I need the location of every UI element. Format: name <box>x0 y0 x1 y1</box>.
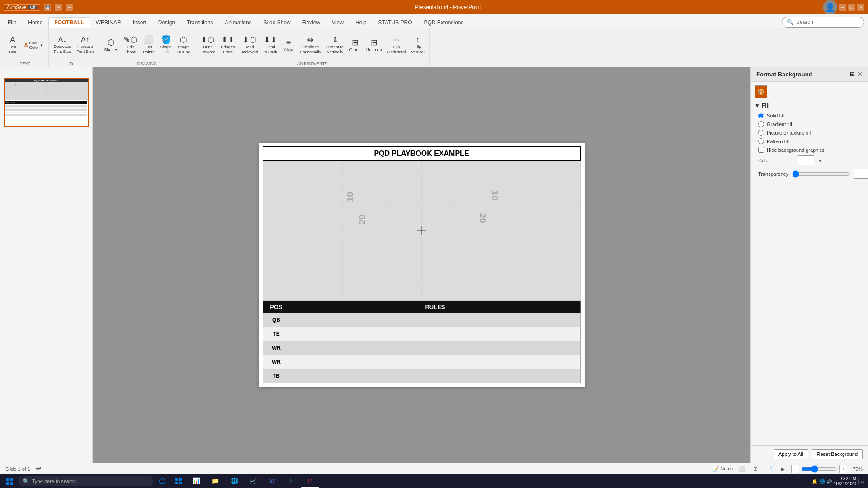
user-avatar[interactable]: 👤 <box>823 0 837 14</box>
tab-slideshow[interactable]: Slide Show <box>258 17 297 28</box>
panel-collapse-icon[interactable]: ⊟ <box>850 71 854 77</box>
tab-insert[interactable]: Insert <box>127 17 152 28</box>
picture-texture-option[interactable]: Picture or texture fill <box>755 130 864 136</box>
normal-view-button[interactable]: ⬜ <box>737 464 747 474</box>
hide-bg-checkbox[interactable] <box>758 147 764 153</box>
distribute-v-button[interactable]: ⇕ DistributeVertically <box>324 33 346 57</box>
quick-access-save[interactable]: 💾 <box>44 4 51 11</box>
color-field-row: Color ▼ <box>755 155 864 165</box>
bring-forward-button[interactable]: ⬆⬡ BringForward <box>198 33 217 57</box>
tab-file[interactable]: File <box>2 17 22 28</box>
reset-background-button[interactable]: Reset Background <box>812 449 863 459</box>
hide-bg-option[interactable]: Hide background graphics <box>755 147 864 153</box>
taskbar-files[interactable]: 📁 <box>206 474 224 488</box>
zoom-out-button[interactable]: − <box>791 465 799 473</box>
taskbar-notifications[interactable]: 🔔 <box>812 479 817 484</box>
shapes-button[interactable]: ⬡ Shapes <box>102 33 120 57</box>
fill-section-header[interactable]: ▼ Fill <box>755 103 864 109</box>
taskbar-word-light[interactable]: W <box>263 474 281 488</box>
pattern-fill-option[interactable]: Pattern fill <box>755 138 864 144</box>
picture-fill-radio[interactable] <box>758 130 764 136</box>
flip-vertical-button[interactable]: ↕ FlipVertical <box>409 33 427 57</box>
notes-button[interactable]: 📝 Notes <box>712 466 733 472</box>
solid-fill-label[interactable]: Solid fill <box>767 113 784 118</box>
align-button[interactable]: ≡ Align <box>280 33 297 57</box>
slide-thumbnail-1[interactable]: PQD PLAYBOOK EXAMPLE 10 10 20 20 POS <box>4 78 89 127</box>
field-svg: 10 10 20 20 <box>263 161 580 300</box>
font-color-dropdown-arrow[interactable]: ▼ <box>40 43 43 47</box>
solid-fill-radio[interactable] <box>758 113 764 118</box>
shape-outline-button[interactable]: ⬡ ShapeOutline <box>175 33 193 57</box>
group-button[interactable]: ⊞ Group <box>347 33 363 57</box>
decrease-font-size-button[interactable]: A↓ DecreaseFont Size <box>52 33 74 57</box>
hide-bg-label[interactable]: Hide background graphics <box>767 147 825 153</box>
flip-horizontal-button[interactable]: ↔ FlipHorizontal <box>385 33 408 57</box>
autosave-toggle[interactable]: Off <box>28 5 37 9</box>
reading-view-button[interactable]: 📄 <box>764 464 774 474</box>
network-icon[interactable]: 🌐 <box>819 479 825 484</box>
ribbon-search-input[interactable] <box>796 19 859 25</box>
color-picker-box[interactable] <box>798 155 814 165</box>
pattern-fill-label[interactable]: Pattern fill <box>767 139 789 144</box>
apply-to-all-button[interactable]: Apply to All <box>774 449 808 459</box>
taskbar-search[interactable]: 🔍 Type here to search <box>18 476 154 486</box>
tab-football[interactable]: FOOTBALL <box>48 17 90 28</box>
slide-canvas[interactable]: PQD PLAYBOOK EXAMPLE <box>259 143 585 387</box>
cortana-button[interactable] <box>155 474 170 488</box>
gradient-fill-label[interactable]: Gradient fill <box>767 122 792 127</box>
slide-show-button[interactable]: ▶ <box>778 464 788 474</box>
close-button[interactable]: ✕ <box>857 4 864 11</box>
taskbar-dvs[interactable]: 📊 <box>187 474 205 488</box>
panel-paint-icon[interactable]: 🎨 <box>755 85 767 98</box>
task-view-button[interactable] <box>171 474 186 488</box>
color-dropdown-arrow[interactable]: ▼ <box>818 158 822 163</box>
taskbar-powerpoint[interactable]: P <box>301 474 319 488</box>
show-desktop-button[interactable]: ▭ <box>858 479 864 484</box>
zoom-in-button[interactable]: + <box>839 465 847 473</box>
gradient-fill-radio[interactable] <box>758 121 764 127</box>
ribbon-search-box[interactable]: 🔍 <box>782 17 864 28</box>
picture-fill-label[interactable]: Picture or texture fill <box>767 130 811 136</box>
windows-start-button[interactable] <box>2 474 17 488</box>
edit-points-button[interactable]: ⬜ EditPoints <box>141 33 157 57</box>
tab-help[interactable]: Help <box>349 17 373 28</box>
edit-shape-button[interactable]: ✎⬡ EditShape <box>121 33 140 57</box>
pattern-fill-radio[interactable] <box>758 138 764 144</box>
maximize-button[interactable]: □ <box>848 4 855 11</box>
taskbar-store[interactable]: 🛒 <box>244 474 262 488</box>
tab-animations[interactable]: Animations <box>219 17 257 28</box>
status-right: 📝 Notes ⬜ ⊞ 📄 ▶ − + 75% <box>712 464 863 474</box>
tab-view[interactable]: View <box>326 17 349 28</box>
tab-review[interactable]: Review <box>297 17 326 28</box>
send-to-back-button[interactable]: ⬇⬇ Sendto Back <box>261 33 279 57</box>
tab-webinar[interactable]: WEBINAR <box>90 17 127 28</box>
tab-design[interactable]: Design <box>152 17 181 28</box>
taskbar-excel[interactable]: X <box>282 474 300 488</box>
volume-icon[interactable]: 🔊 <box>826 479 832 484</box>
tab-status-pro[interactable]: STATUS PRO <box>373 17 418 28</box>
tab-pqd-extensions[interactable]: PQD Extensions <box>418 17 470 28</box>
quick-access-undo[interactable]: ↩ <box>55 4 62 11</box>
bring-to-front-button[interactable]: ⬆⬆ Bring toFront <box>219 33 237 57</box>
ungroup-button[interactable]: ⊟ Ungroup <box>364 33 384 57</box>
transparency-slider[interactable] <box>792 171 850 177</box>
tab-transitions[interactable]: Transitions <box>181 17 219 28</box>
autosave-badge[interactable]: AutoSave Off <box>4 4 40 11</box>
gradient-fill-option[interactable]: Gradient fill <box>755 121 864 127</box>
panel-close-button[interactable]: ✕ <box>857 70 863 78</box>
slide-sorter-button[interactable]: ⊞ <box>750 464 760 474</box>
solid-fill-option[interactable]: Solid fill <box>755 113 864 118</box>
taskbar-clock[interactable]: 9:32 PM 10/21/2020 <box>834 476 856 486</box>
transparency-input[interactable] <box>854 169 868 179</box>
font-color-button[interactable]: A FontColor ▼ <box>22 41 46 49</box>
minimize-button[interactable]: ─ <box>839 4 846 11</box>
text-box-button[interactable]: A TextBox <box>5 33 21 57</box>
taskbar-chrome[interactable]: 🌐 <box>225 474 243 488</box>
tab-home[interactable]: Home <box>22 17 48 28</box>
increase-font-size-button[interactable]: A↑ IncreaseFont Size <box>74 33 96 57</box>
shape-fill-button[interactable]: 🪣 ShapeFill <box>158 33 174 57</box>
send-backward-button[interactable]: ⬇⬡ SendBackward <box>238 33 261 57</box>
distribute-h-button[interactable]: ⇔ DistributeHorizontally <box>297 33 323 57</box>
zoom-slider[interactable] <box>801 465 837 473</box>
quick-access-redo[interactable]: ↪ <box>66 4 73 11</box>
